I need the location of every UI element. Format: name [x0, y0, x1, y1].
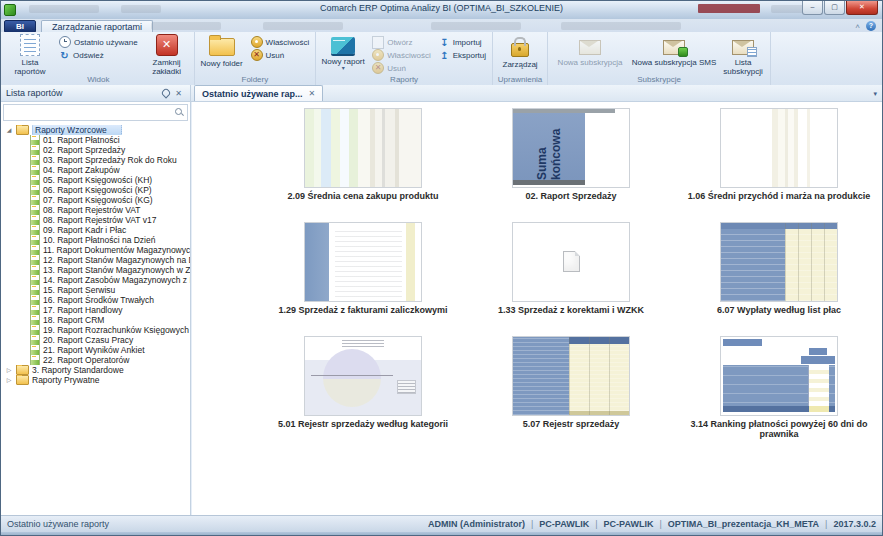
tree-item-report[interactable]: 11. Raport Dokumentów Magazynowych [1, 245, 190, 255]
report-card[interactable]: 5.07 Rejestr sprzedaży [467, 336, 675, 450]
lista-raportow-button[interactable]: Lista raportów [6, 33, 54, 75]
tree-item-label: 08. Raport Rejestrów VAT v17 [43, 215, 156, 225]
importuj-button[interactable]: Importuj [436, 36, 489, 48]
report-card[interactable]: 3.14 Ranking płatności powyżej 60 dni do… [675, 336, 882, 450]
tree-item-report[interactable]: 13. Raport Stanów Magazynowych w Zakresi… [1, 265, 190, 275]
window-bottom-edge [1, 532, 882, 535]
thumbnail-detail [569, 411, 629, 415]
tree-item-folder[interactable]: ▷ 3. Raporty Standardowe [1, 365, 190, 375]
zamknij-zakladki-button[interactable]: Zamknij zakładki [143, 33, 191, 75]
thumbnail-detail [808, 365, 829, 406]
tree-item-report[interactable]: 08. Raport Rejestrów VAT [1, 205, 190, 215]
tree-item-report[interactable]: 07. Raport Księgowości (KG) [1, 195, 190, 205]
ostatnio-uzywane-button[interactable]: Ostatnio używane [56, 36, 141, 48]
tree-expand-icon[interactable]: ▷ [5, 365, 13, 375]
new-report-icon [331, 37, 355, 54]
nowa-subskrypcja-sms-button[interactable]: Nowa subskrypcja SMS [631, 33, 717, 75]
tree-item-report[interactable]: 20. Raport Czasu Pracy [1, 335, 190, 345]
folder-wlasciwosci-button[interactable]: Właściwości [248, 36, 313, 48]
eksportuj-button[interactable]: Eksportuj [436, 49, 489, 61]
status-separator: | [825, 519, 827, 529]
tree-item-report[interactable]: 19. Raport Rozrachunków Księgowych na Dz… [1, 325, 190, 335]
report-thumbnail[interactable] [720, 108, 838, 188]
tree-item-report[interactable]: 12. Raport Stanów Magazynowych na Dzień [1, 255, 190, 265]
tab-ostatnio-uzywane[interactable]: Ostatnio używane rap... [194, 85, 323, 101]
pin-icon[interactable] [159, 87, 172, 100]
tree-item-report[interactable]: 16. Raport Środków Trwałych [1, 295, 190, 305]
report-thumbnail[interactable] [512, 336, 630, 416]
redacted-area [263, 22, 343, 30]
report-thumbnail[interactable]: Suma końcowa [512, 108, 630, 188]
tab-close-icon[interactable] [309, 90, 316, 98]
nowy-folder-button[interactable]: Nowy folder [198, 33, 246, 75]
report-icon [30, 145, 40, 155]
tree-expand-icon[interactable]: ◢ [5, 125, 13, 135]
lista-subskrypcji-button[interactable]: Lista subskrypcji [719, 33, 767, 75]
delete-icon [372, 62, 384, 74]
tree-item-report[interactable]: 15. Raport Serwisu [1, 285, 190, 295]
report-icon [30, 335, 40, 345]
tree-item-report[interactable]: 21. Raport Wyników Ankiet [1, 345, 190, 355]
report-thumbnail[interactable] [720, 222, 838, 302]
ribbon-collapse-icon[interactable] [855, 22, 860, 31]
redacted-area [431, 22, 521, 30]
tree-item-report[interactable]: 02. Raport Sprzedaży [1, 145, 190, 155]
sidebar-close-icon[interactable] [172, 87, 185, 100]
tree-item-report[interactable]: 22. Raport Operatorów [1, 355, 190, 365]
tree-item-folder[interactable]: ▷ Raporty Prywatne [1, 375, 190, 385]
close-button[interactable] [846, 1, 878, 15]
tree-item-label: 02. Raport Sprzedaży [43, 145, 125, 155]
report-thumbnail[interactable] [720, 336, 838, 416]
tab-list-dropdown-icon[interactable] [873, 90, 877, 98]
tree-item-report[interactable]: 05. Raport Księgowości (KH) [1, 175, 190, 185]
tree-expand-icon[interactable]: ▷ [5, 375, 13, 385]
tree-item-report[interactable]: 18. Raport CRM [1, 315, 190, 325]
report-icon [30, 325, 40, 335]
status-separator: | [531, 519, 533, 529]
tree-item-label: 19. Raport Rozrachunków Księgowych na Dz… [43, 325, 190, 335]
report-thumbnail[interactable] [512, 222, 630, 302]
tree-item-report[interactable]: 03. Raport Sprzedaży Rok do Roku [1, 155, 190, 165]
tree-item-label: 07. Raport Księgowości (KG) [43, 195, 153, 205]
tree-item-report[interactable]: 06. Raport Księgowości (KP) [1, 185, 190, 195]
tree-item-report[interactable]: 14. Raport Zasobów Magazynowych z Dostaw [1, 275, 190, 285]
tree-item-report[interactable]: 17. Raport Handlowy [1, 305, 190, 315]
search-icon[interactable] [175, 108, 184, 117]
report-icon [30, 345, 40, 355]
report-card[interactable]: 1.29 Sprzedaż z fakturami zaliczkowymi [259, 222, 467, 336]
help-icon[interactable] [866, 21, 876, 31]
nowy-raport-button[interactable]: Nowy raport [319, 33, 367, 75]
maximize-button[interactable] [824, 1, 845, 15]
report-card[interactable]: 1.33 Sprzedaż z korektami i WZKK [467, 222, 675, 336]
minimize-button[interactable] [802, 1, 823, 15]
report-card[interactable]: Suma końcowa 02. Raport Sprzedaży [467, 108, 675, 222]
report-card[interactable]: 5.01 Rejestr sprzedaży według kategorii [259, 336, 467, 450]
raport-wlasciwosci-button[interactable]: Właściwości [369, 49, 434, 61]
report-icon [30, 185, 40, 195]
report-thumbnail[interactable] [304, 222, 422, 302]
button-label: Zamknij zakładki [143, 58, 191, 76]
zarzadzaj-button[interactable]: Zarządzaj [496, 33, 544, 75]
report-thumbnail[interactable] [304, 336, 422, 416]
thumbnail-detail [801, 356, 835, 364]
report-card[interactable]: 1.06 Średni przychód i marża na produkci… [675, 108, 882, 222]
tree-item-label: 3. Raporty Standardowe [32, 365, 124, 375]
folder-usun-button[interactable]: Usuń [248, 49, 313, 61]
tree-item-report[interactable]: 04. Raport Zakupów [1, 165, 190, 175]
nowa-subskrypcja-button[interactable]: Nowa subskrypcja [551, 33, 629, 75]
button-label: Eksportuj [453, 51, 486, 60]
tree-item-report[interactable]: 10. Raport Płatności na Dzień [1, 235, 190, 245]
redacted-area [698, 4, 760, 13]
report-card[interactable]: 6.07 Wypłaty według list płac [675, 222, 882, 336]
report-thumbnail[interactable] [304, 108, 422, 188]
raport-otworz-button[interactable]: Otwórz [369, 36, 434, 48]
report-card[interactable]: 2.09 Średnia cena zakupu produktu [259, 108, 467, 222]
odswiez-button[interactable]: Odśwież [56, 49, 141, 61]
tree-item-report[interactable]: 09. Raport Kadr i Płac [1, 225, 190, 235]
raport-usun-button[interactable]: Usuń [369, 62, 434, 74]
tree-item-folder[interactable]: ◢ Raporty Wzorcowe [1, 125, 190, 135]
tree-item-report[interactable]: 08. Raport Rejestrów VAT v17 [1, 215, 190, 225]
thumbnail-detail [513, 180, 585, 185]
search-input[interactable] [4, 107, 175, 118]
tree-item-report[interactable]: 01. Raport Płatności [1, 135, 190, 145]
